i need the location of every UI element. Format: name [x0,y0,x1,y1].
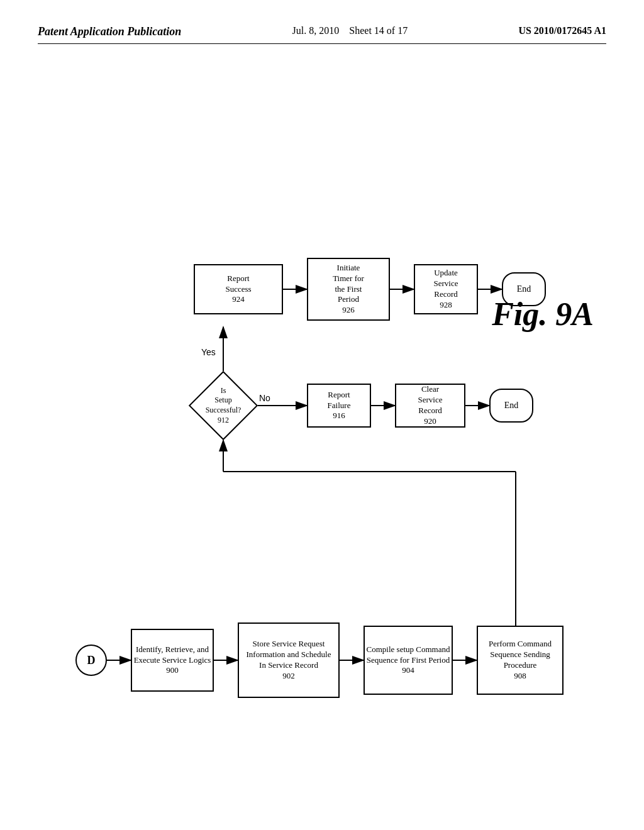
diagram-area: Yes No D Identify, Retrieve, andExecute … [38,57,606,786]
node-916: ReportFailure916 [307,384,371,428]
node-904: Compile setup CommandSequence for First … [364,626,453,695]
page: Patent Application Publication Jul. 8, 2… [0,0,644,830]
publication-title: Patent Application Publication [38,25,181,38]
node-912: IsSetupSuccessful?912 [189,371,258,440]
node-928: UpdateServiceRecord928 [414,264,478,314]
sheet-info: Sheet 14 of 17 [349,25,408,36]
node-900: Identify, Retrieve, andExecute Service L… [131,629,214,692]
fig-label: Fig. 9A [492,296,594,333]
node-D: D [75,645,107,676]
node-902: Store Service RequestInformation and Sch… [238,622,340,698]
header: Patent Application Publication Jul. 8, 2… [38,25,606,44]
header-center: Jul. 8, 2010 Sheet 14 of 17 [292,25,408,36]
node-920: ClearServiceRecord920 [395,384,465,428]
patent-number: US 2010/0172645 A1 [518,25,606,36]
node-end1: End [489,389,533,423]
svg-text:No: No [259,393,270,403]
publication-date: Jul. 8, 2010 [292,25,340,36]
node-908: Perform CommandSequence SendingProcedure… [477,626,564,695]
svg-text:Yes: Yes [201,347,216,357]
node-926: InitiateTimer forthe FirstPeriod926 [307,258,390,321]
node-924: ReportSuccess924 [194,264,283,314]
